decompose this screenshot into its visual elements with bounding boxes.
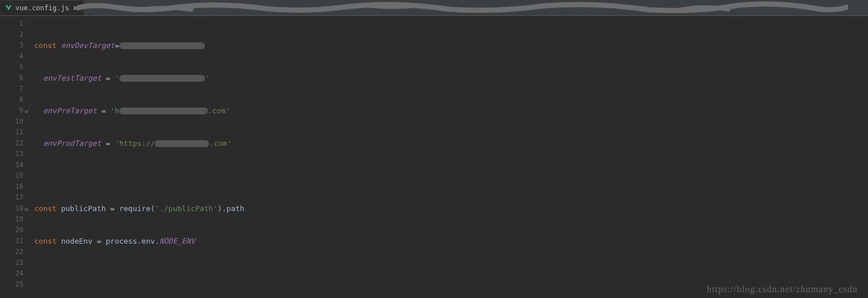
line-number: 19 bbox=[0, 214, 23, 225]
line-number: 16 bbox=[0, 181, 23, 192]
line-number: 22 bbox=[0, 247, 23, 257]
vue-file-icon bbox=[5, 4, 13, 12]
line-number: 21 bbox=[0, 236, 23, 247]
line-number: 23 bbox=[0, 257, 23, 268]
line-number: 1 bbox=[0, 18, 23, 29]
line-number: 14 bbox=[0, 160, 23, 170]
line-number: 2 bbox=[0, 29, 23, 40]
tab-bar: vue.config.js bbox=[0, 0, 868, 16]
redaction-scribble bbox=[77, 1, 848, 14]
line-number: 7 bbox=[0, 84, 23, 94]
line-number: 12 bbox=[0, 138, 23, 149]
fold-icon[interactable]: ⊟ bbox=[23, 204, 28, 209]
line-number: 24 bbox=[0, 268, 23, 279]
line-number: 18⊟ bbox=[0, 203, 23, 214]
line-number: 8 bbox=[0, 94, 23, 105]
editor[interactable]: 1 2 3 4 5 6 7 8 9⊟ 10 11 12 13 14 15 16 … bbox=[0, 16, 868, 298]
line-number: 25 bbox=[0, 279, 23, 290]
line-number: 15 bbox=[0, 170, 23, 181]
line-number: 11 bbox=[0, 127, 23, 138]
line-number: 6 bbox=[0, 73, 23, 84]
line-number: 13 bbox=[0, 149, 23, 160]
fold-icon[interactable]: ⊟ bbox=[23, 106, 28, 111]
line-number: 4 bbox=[0, 51, 23, 62]
line-number: 9⊟ bbox=[0, 105, 23, 116]
close-icon[interactable] bbox=[72, 5, 79, 11]
line-gutter: 1 2 3 4 5 6 7 8 9⊟ 10 11 12 13 14 15 16 … bbox=[0, 16, 30, 298]
tab-label: vue.config.js bbox=[15, 4, 69, 12]
line-number: 17 bbox=[0, 192, 23, 203]
tab-vue-config[interactable]: vue.config.js bbox=[0, 1, 84, 15]
line-number: 20 bbox=[0, 225, 23, 236]
line-number: 5 bbox=[0, 62, 23, 73]
line-number: 3 bbox=[0, 40, 23, 51]
code-area[interactable]: const envDevTarget= envTestTarget = '' e… bbox=[30, 16, 868, 298]
line-number: 10 bbox=[0, 116, 23, 127]
